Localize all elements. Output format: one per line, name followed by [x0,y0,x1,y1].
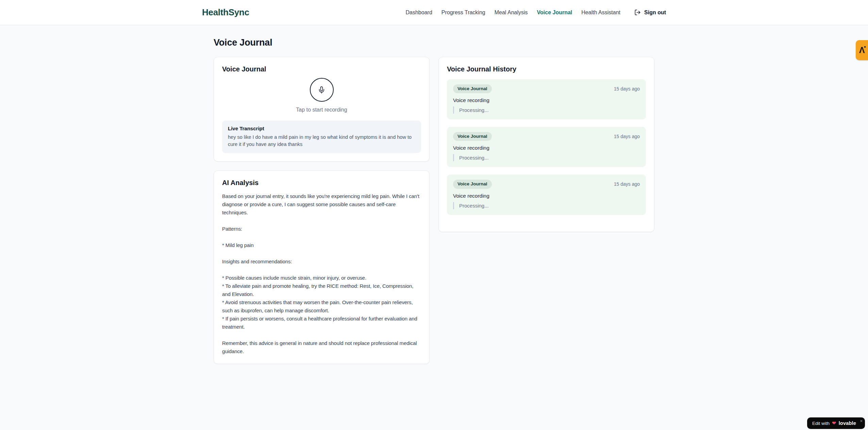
left-column: Voice Journal Tap to start recording [214,57,430,364]
microphone-icon [318,86,326,94]
entry-type-badge: Voice Journal [453,84,492,93]
content-grid: Voice Journal Tap to start recording [214,57,654,364]
ai-analysis-body: Based on your journal entry, it sounds l… [222,192,421,355]
sign-out-label: Sign out [644,10,666,16]
nav-item-progress-tracking[interactable]: Progress Tracking [441,10,485,16]
nav-item-dashboard[interactable]: Dashboard [406,10,432,16]
entry-text: Voice recording [453,145,640,151]
entry-type-badge: Voice Journal [453,132,492,141]
side-overlay-badge[interactable]: Λ [856,40,868,60]
sign-out-icon [634,9,641,16]
lovable-badge[interactable]: Edit with ❤ lovable × [807,417,865,429]
live-transcript-text: hey so like I do have a mild pain in my … [228,134,415,148]
main-content: Voice Journal Voice Journal [214,25,654,364]
history-entry: Voice Journal 15 days ago Voice recordin… [447,79,646,119]
entry-type-badge: Voice Journal [453,180,492,188]
history-entry-header: Voice Journal 15 days ago [453,132,640,141]
entry-status: Processing... [453,202,640,209]
main-nav: Dashboard Progress Tracking Meal Analysi… [406,9,666,16]
side-badge-logo-icon: Λ [859,46,865,54]
live-transcript-box: Live Transcript hey so like I do have a … [222,120,421,153]
nav-item-meal-analysis[interactable]: Meal Analysis [495,10,528,16]
nav-item-voice-journal[interactable]: Voice Journal [537,10,572,16]
entry-timestamp: 15 days ago [614,86,640,92]
ai-analysis-card: AI Analysis Based on your journal entry,… [214,170,430,364]
history-entry-header: Voice Journal 15 days ago [453,180,640,188]
mic-area: Tap to start recording [222,78,421,113]
live-transcript-title: Live Transcript [228,126,415,131]
entry-status: Processing... [453,154,640,161]
history-card-title: Voice Journal History [447,65,646,73]
sign-out-button[interactable]: Sign out [634,9,666,16]
nav-item-health-assistant[interactable]: Health Assistant [581,10,620,16]
voice-journal-history-card: Voice Journal History Voice Journal 15 d… [438,57,654,232]
entry-text: Voice recording [453,193,640,199]
record-button[interactable] [310,78,334,102]
app-header: HealthSync Dashboard Progress Tracking M… [0,0,868,25]
tap-to-record-hint: Tap to start recording [296,107,347,113]
history-entry-header: Voice Journal 15 days ago [453,84,640,93]
recorder-card-title: Voice Journal [222,65,421,73]
history-entries-list: Voice Journal 15 days ago Voice recordin… [447,79,646,224]
page-title: Voice Journal [214,37,654,48]
right-column: Voice Journal History Voice Journal 15 d… [438,57,654,232]
voice-recorder-card: Voice Journal Tap to start recording [214,57,430,162]
heart-icon: ❤ [832,420,836,426]
lovable-close-button[interactable]: × [860,419,863,423]
history-entry: Voice Journal 15 days ago Voice recordin… [447,127,646,167]
edit-with-label: Edit with [812,421,830,426]
entry-status: Processing... [453,106,640,114]
history-entry: Voice Journal 15 days ago Voice recordin… [447,175,646,215]
brand-logo[interactable]: HealthSync [202,7,249,18]
header-container: HealthSync Dashboard Progress Tracking M… [202,0,666,25]
ai-analysis-title: AI Analysis [222,179,421,187]
entry-text: Voice recording [453,97,640,103]
entry-timestamp: 15 days ago [614,181,640,187]
entry-timestamp: 15 days ago [614,134,640,139]
lovable-brand-label: lovable [839,420,856,426]
